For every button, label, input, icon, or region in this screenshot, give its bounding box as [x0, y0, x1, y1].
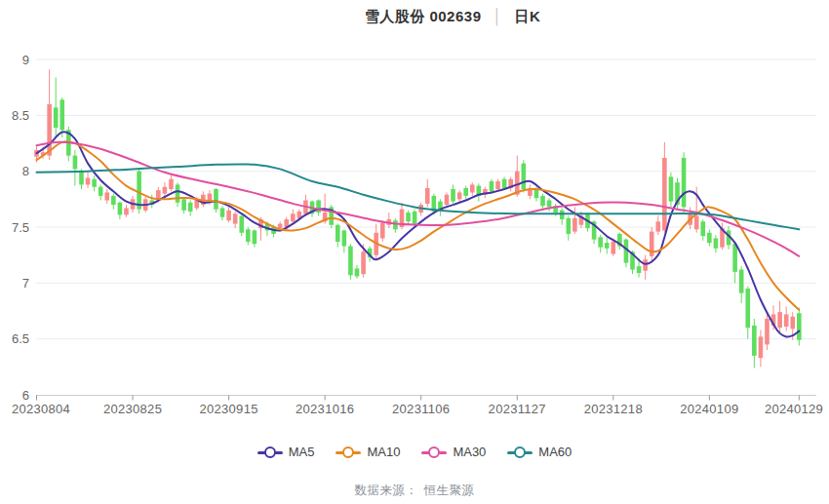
candle-20231206[interactable]: [560, 209, 565, 225]
svg-text:8.5: 8.5: [12, 108, 29, 123]
candle-20231116[interactable]: [470, 182, 475, 196]
legend-line-circle-icon: [507, 446, 533, 458]
candle-20231227[interactable]: [655, 216, 660, 235]
candle-20240115[interactable]: [732, 242, 737, 283]
candle-20240119[interactable]: [759, 330, 764, 367]
candle-20230921[interactable]: [253, 229, 257, 247]
candle-20240117[interactable]: [745, 287, 750, 339]
candle-20231225[interactable]: [643, 255, 648, 280]
candle-20230920[interactable]: [246, 227, 251, 245]
svg-text:20231218: 20231218: [584, 402, 643, 416]
legend-item-ma30[interactable]: MA30: [421, 445, 486, 459]
candle-20230821[interactable]: [104, 189, 109, 204]
candle-20231030[interactable]: [387, 213, 392, 228]
candle-20240129[interactable]: [797, 308, 802, 346]
candle-20231107[interactable]: [425, 179, 430, 208]
candle-20231102[interactable]: [406, 211, 411, 225]
candle-20230822[interactable]: [111, 194, 116, 210]
candle-20230824[interactable]: [124, 205, 129, 217]
candle-20230919[interactable]: [239, 214, 244, 236]
legend-label: MA30: [453, 445, 486, 459]
svg-text:20231106: 20231106: [392, 402, 450, 416]
candle-20240124[interactable]: [777, 301, 782, 333]
candle-20231129[interactable]: [528, 184, 533, 199]
candle-20231115[interactable]: [463, 186, 468, 200]
candle-20230816[interactable]: [86, 173, 91, 188]
candle-20231219[interactable]: [617, 233, 622, 250]
candle-20231018[interactable]: [336, 224, 340, 248]
candle-20231031[interactable]: [393, 218, 398, 233]
candle-20231201[interactable]: [540, 194, 545, 211]
candle-20240118[interactable]: [752, 319, 757, 368]
candle-20231228[interactable]: [662, 142, 667, 233]
kline-chart[interactable]: 98.587.576.56202308042023082520230915202…: [0, 0, 829, 421]
candle-20240109[interactable]: [707, 229, 712, 246]
candle-20240103[interactable]: [682, 152, 687, 213]
x-axis-ticks: [37, 396, 800, 401]
svg-text:9: 9: [22, 53, 29, 67]
candle-20231220[interactable]: [624, 238, 629, 267]
candle-20230901[interactable]: [163, 182, 168, 197]
candle-20231110[interactable]: [445, 192, 450, 207]
candle-20231013[interactable]: [316, 199, 321, 215]
candle-20231214[interactable]: [598, 235, 603, 252]
candle-20231020[interactable]: [348, 244, 353, 280]
candle-20230914[interactable]: [220, 206, 225, 220]
candle-20230905[interactable]: [176, 182, 180, 207]
candle-20230904[interactable]: [169, 174, 174, 191]
legend-label: MA10: [367, 445, 400, 459]
candle-20231208[interactable]: [572, 207, 577, 234]
svg-text:20230804: 20230804: [12, 402, 70, 416]
candle-20230809[interactable]: [54, 77, 59, 136]
candle-20230817[interactable]: [92, 175, 97, 191]
candles[interactable]: [34, 69, 801, 368]
candle-20230814[interactable]: [73, 150, 78, 186]
candle-20231128[interactable]: [522, 160, 527, 192]
svg-text:8: 8: [22, 164, 29, 178]
candle-20231113[interactable]: [451, 184, 455, 203]
data-source: 数据来源：恒生聚源: [0, 483, 829, 499]
candle-20230907[interactable]: [188, 200, 193, 215]
candle-20231226[interactable]: [650, 227, 654, 263]
data-source-label: 数据来源：: [352, 484, 421, 497]
svg-text:20230915: 20230915: [199, 402, 257, 416]
legend-line-circle-icon: [421, 446, 447, 458]
svg-text:20240129: 20240129: [765, 402, 823, 416]
svg-text:7: 7: [22, 276, 29, 291]
candle-20231204[interactable]: [547, 198, 552, 212]
candle-20231026[interactable]: [374, 224, 378, 259]
candle-20240122[interactable]: [765, 313, 770, 350]
candle-20240116[interactable]: [739, 266, 744, 303]
candle-20231229[interactable]: [669, 173, 674, 208]
y-axis-labels: 98.587.576.56: [12, 53, 29, 403]
data-source-value: 恒生聚源: [421, 484, 478, 497]
candle-20230823[interactable]: [118, 202, 123, 219]
candle-20230915[interactable]: [226, 207, 231, 222]
candle-20231023[interactable]: [355, 265, 360, 279]
svg-text:6.5: 6.5: [12, 331, 29, 346]
candle-20240125[interactable]: [784, 306, 789, 330]
legend-item-ma60[interactable]: MA60: [507, 445, 572, 459]
svg-text:20240109: 20240109: [680, 402, 738, 416]
legend-item-ma10[interactable]: MA10: [336, 445, 400, 459]
candle-20230818[interactable]: [99, 184, 103, 200]
svg-text:20231127: 20231127: [489, 402, 546, 416]
candle-20231207[interactable]: [567, 216, 572, 241]
candle-20231019[interactable]: [342, 229, 347, 252]
legend-item-ma5[interactable]: MA5: [257, 445, 315, 459]
x-axis-labels: 2023080420230825202309152023101620231106…: [12, 402, 823, 416]
candle-20230918[interactable]: [233, 212, 238, 228]
candle-20231122[interactable]: [495, 179, 500, 192]
candle-20231114[interactable]: [457, 190, 462, 203]
candle-20240110[interactable]: [714, 235, 719, 252]
candle-20240108[interactable]: [700, 219, 705, 241]
candle-20231117[interactable]: [477, 183, 482, 201]
candle-20231017[interactable]: [329, 205, 334, 228]
candle-20231103[interactable]: [413, 210, 417, 226]
legend-label: MA60: [538, 445, 572, 459]
candle-20231215[interactable]: [605, 236, 610, 253]
candle-20231124[interactable]: [508, 176, 513, 191]
legend-line-circle-icon: [336, 446, 361, 458]
candle-20230906[interactable]: [181, 197, 186, 213]
candle-20231027[interactable]: [380, 220, 385, 242]
